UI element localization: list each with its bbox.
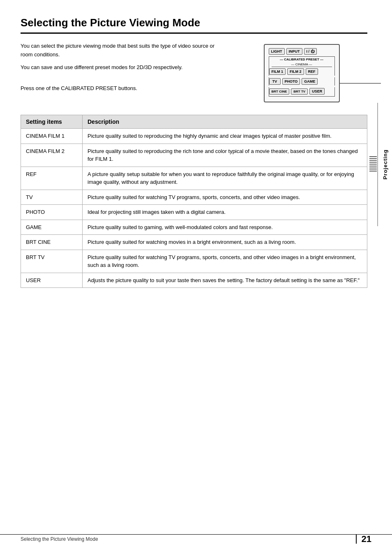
table-cell-description: Picture quality suited to gaming, with w… <box>83 220 367 235</box>
table-row: CINEMA FILM 1Picture quality suited to r… <box>21 129 367 144</box>
footer-title: Selecting the Picture Viewing Mode <box>21 536 98 542</box>
callout-arrow-line <box>340 83 381 83</box>
deco-line-2 <box>369 158 377 159</box>
btn-power: I / ⏻ <box>304 48 317 55</box>
table-row: BRT TVPicture quality suited for watchin… <box>21 250 367 273</box>
table-row: PHOTOIdeal for projecting still images t… <box>21 205 367 220</box>
btn-tv: TV <box>269 78 281 85</box>
btn-user: USER <box>309 88 325 95</box>
table-cell-setting: TV <box>21 190 83 205</box>
sidebar-lines <box>369 156 377 171</box>
deco-line-8 <box>369 171 377 171</box>
table-cell-setting: PHOTO <box>21 205 83 220</box>
intro-text: You can select the picture viewing mode … <box>21 42 224 102</box>
table-cell-description: A picture quality setup suitable for whe… <box>83 167 367 190</box>
remote-top-row: LIGHT INPUT I / ⏻ <box>269 48 335 55</box>
deco-line-5 <box>369 164 377 165</box>
table-header-row: Setting items Description <box>21 115 367 129</box>
deco-line-4 <box>369 162 377 163</box>
cinema-label-row: — CINEMA — <box>269 62 335 67</box>
callout-wrapper: LIGHT INPUT I / ⏻ — CALIBRATED PRESET — … <box>264 44 340 102</box>
btn-brt-tv: BRT TV <box>291 88 308 95</box>
deco-line-3 <box>369 160 377 161</box>
btn-light: LIGHT <box>269 48 285 55</box>
intro-paragraph-1: You can select the picture viewing mode … <box>21 42 224 59</box>
settings-table: Setting items Description CINEMA FILM 1P… <box>21 115 367 288</box>
intro-paragraph-2: You can save and use different preset mo… <box>21 63 224 72</box>
remote-panel: LIGHT INPUT I / ⏻ — CALIBRATED PRESET — … <box>264 44 340 102</box>
table-cell-setting: BRT TV <box>21 250 83 273</box>
deco-line-7 <box>369 169 377 169</box>
intro-paragraph-3: Press one of the CALIBRATED PRESET butto… <box>21 84 224 93</box>
table-row: CINEMA FILM 2Picture quality suited to r… <box>21 144 367 167</box>
btn-ref: REF <box>306 68 318 75</box>
cinema-label: — CINEMA — <box>272 63 332 67</box>
deco-line-1 <box>369 156 377 157</box>
intro-section: You can select the picture viewing mode … <box>21 42 367 102</box>
table-cell-description: Ideal for projecting still images taken … <box>83 205 367 220</box>
table-cell-description: Picture quality suited for watching TV p… <box>83 190 367 205</box>
table-row: REFA picture quality setup suitable for … <box>21 167 367 190</box>
calibrated-preset-label-box: — CALIBRATED PRESET — <box>269 56 335 62</box>
footer-page-number: 21 <box>356 535 371 544</box>
table-cell-setting: CINEMA FILM 2 <box>21 144 83 167</box>
table-cell-description: Adjusts the picture quality to suit your… <box>83 273 367 288</box>
col-description-header: Description <box>83 115 367 129</box>
page-container: Selecting the Picture Viewing Mode You c… <box>0 0 392 556</box>
table-cell-setting: CINEMA FILM 1 <box>21 129 83 144</box>
table-row: TVPicture quality suited for watching TV… <box>21 190 367 205</box>
table-cell-description: Picture quality suited to reproducing th… <box>83 144 367 167</box>
btn-film2: FILM 2 <box>287 68 304 75</box>
table-cell-description: Picture quality suited to reproducing th… <box>83 129 367 144</box>
sidebar-label: Projecting <box>382 149 388 180</box>
remote-row-1: FILM 1 FILM 2 REF <box>269 67 335 76</box>
table-cell-setting: USER <box>21 273 83 288</box>
remote-diagram-area: LIGHT INPUT I / ⏻ — CALIBRATED PRESET — … <box>236 42 367 102</box>
btn-brt-cine: BRT CINE <box>269 88 290 95</box>
table-row: BRT CINEPicture quality suited for watch… <box>21 235 367 250</box>
page-footer: Selecting the Picture Viewing Mode 21 <box>0 534 392 544</box>
btn-input: INPUT <box>286 48 302 55</box>
right-sidebar: Projecting <box>377 103 392 226</box>
remote-row-3: BRT CINE BRT TV USER <box>269 87 335 97</box>
col-setting-items-header: Setting items <box>21 115 83 129</box>
calibrated-preset-label: — CALIBRATED PRESET — <box>272 58 332 61</box>
table-row: GAMEPicture quality suited to gaming, wi… <box>21 220 367 235</box>
table-cell-setting: REF <box>21 167 83 190</box>
btn-film1: FILM 1 <box>269 68 286 75</box>
remote-row-2: TV PHOTO GAME <box>269 77 335 86</box>
deco-line-6 <box>369 167 377 167</box>
table-cell-setting: GAME <box>21 220 83 235</box>
page-title: Selecting the Picture Viewing Mode <box>21 16 367 34</box>
table-row: USERAdjusts the picture quality to suit … <box>21 273 367 288</box>
table-cell-description: Picture quality suited for watching TV p… <box>83 250 367 273</box>
table-cell-setting: BRT CINE <box>21 235 83 250</box>
table-cell-description: Picture quality suited for watching movi… <box>83 235 367 250</box>
btn-game: GAME <box>302 78 318 85</box>
btn-photo: PHOTO <box>282 78 300 85</box>
